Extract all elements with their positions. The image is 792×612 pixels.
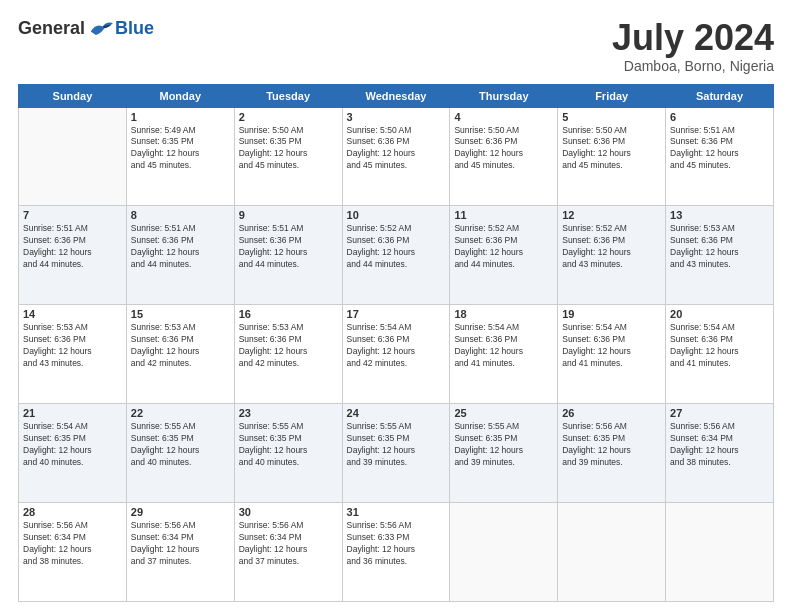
day-number: 3 (347, 111, 446, 123)
day-info: Sunrise: 5:53 AMSunset: 6:36 PMDaylight:… (670, 223, 769, 271)
logo-general-text: General (18, 18, 85, 39)
calendar-cell: 29Sunrise: 5:56 AMSunset: 6:34 PMDayligh… (126, 503, 234, 602)
calendar-cell: 20Sunrise: 5:54 AMSunset: 6:36 PMDayligh… (666, 305, 774, 404)
day-info: Sunrise: 5:56 AMSunset: 6:34 PMDaylight:… (670, 421, 769, 469)
calendar-cell: 21Sunrise: 5:54 AMSunset: 6:35 PMDayligh… (19, 404, 127, 503)
day-number: 23 (239, 407, 338, 419)
calendar-cell: 16Sunrise: 5:53 AMSunset: 6:36 PMDayligh… (234, 305, 342, 404)
calendar-cell: 27Sunrise: 5:56 AMSunset: 6:34 PMDayligh… (666, 404, 774, 503)
calendar-cell: 3Sunrise: 5:50 AMSunset: 6:36 PMDaylight… (342, 107, 450, 206)
weekday-header-row: SundayMondayTuesdayWednesdayThursdayFrid… (19, 84, 774, 107)
day-info: Sunrise: 5:50 AMSunset: 6:36 PMDaylight:… (562, 125, 661, 173)
day-info: Sunrise: 5:54 AMSunset: 6:36 PMDaylight:… (562, 322, 661, 370)
calendar-table: SundayMondayTuesdayWednesdayThursdayFrid… (18, 84, 774, 602)
calendar-cell: 11Sunrise: 5:52 AMSunset: 6:36 PMDayligh… (450, 206, 558, 305)
calendar-week-row: 14Sunrise: 5:53 AMSunset: 6:36 PMDayligh… (19, 305, 774, 404)
calendar-week-row: 21Sunrise: 5:54 AMSunset: 6:35 PMDayligh… (19, 404, 774, 503)
weekday-header-thursday: Thursday (450, 84, 558, 107)
calendar-cell: 6Sunrise: 5:51 AMSunset: 6:36 PMDaylight… (666, 107, 774, 206)
weekday-header-wednesday: Wednesday (342, 84, 450, 107)
day-info: Sunrise: 5:51 AMSunset: 6:36 PMDaylight:… (239, 223, 338, 271)
calendar-cell: 23Sunrise: 5:55 AMSunset: 6:35 PMDayligh… (234, 404, 342, 503)
calendar-cell: 13Sunrise: 5:53 AMSunset: 6:36 PMDayligh… (666, 206, 774, 305)
day-number: 25 (454, 407, 553, 419)
day-info: Sunrise: 5:54 AMSunset: 6:36 PMDaylight:… (670, 322, 769, 370)
calendar-week-row: 1Sunrise: 5:49 AMSunset: 6:35 PMDaylight… (19, 107, 774, 206)
calendar-cell: 28Sunrise: 5:56 AMSunset: 6:34 PMDayligh… (19, 503, 127, 602)
weekday-header-saturday: Saturday (666, 84, 774, 107)
calendar-cell: 2Sunrise: 5:50 AMSunset: 6:35 PMDaylight… (234, 107, 342, 206)
day-number: 17 (347, 308, 446, 320)
day-info: Sunrise: 5:49 AMSunset: 6:35 PMDaylight:… (131, 125, 230, 173)
day-info: Sunrise: 5:54 AMSunset: 6:36 PMDaylight:… (454, 322, 553, 370)
day-number: 6 (670, 111, 769, 123)
day-info: Sunrise: 5:50 AMSunset: 6:36 PMDaylight:… (347, 125, 446, 173)
calendar-cell: 24Sunrise: 5:55 AMSunset: 6:35 PMDayligh… (342, 404, 450, 503)
calendar-week-row: 7Sunrise: 5:51 AMSunset: 6:36 PMDaylight… (19, 206, 774, 305)
day-info: Sunrise: 5:51 AMSunset: 6:36 PMDaylight:… (131, 223, 230, 271)
calendar-cell: 31Sunrise: 5:56 AMSunset: 6:33 PMDayligh… (342, 503, 450, 602)
day-number: 8 (131, 209, 230, 221)
weekday-header-sunday: Sunday (19, 84, 127, 107)
day-info: Sunrise: 5:53 AMSunset: 6:36 PMDaylight:… (23, 322, 122, 370)
day-info: Sunrise: 5:56 AMSunset: 6:34 PMDaylight:… (239, 520, 338, 568)
month-title: July 2024 (612, 18, 774, 58)
calendar-cell: 7Sunrise: 5:51 AMSunset: 6:36 PMDaylight… (19, 206, 127, 305)
day-number: 12 (562, 209, 661, 221)
day-number: 14 (23, 308, 122, 320)
day-info: Sunrise: 5:56 AMSunset: 6:33 PMDaylight:… (347, 520, 446, 568)
logo-blue-text: Blue (115, 18, 154, 39)
day-number: 15 (131, 308, 230, 320)
calendar-cell: 18Sunrise: 5:54 AMSunset: 6:36 PMDayligh… (450, 305, 558, 404)
day-info: Sunrise: 5:52 AMSunset: 6:36 PMDaylight:… (347, 223, 446, 271)
day-number: 29 (131, 506, 230, 518)
day-info: Sunrise: 5:54 AMSunset: 6:36 PMDaylight:… (347, 322, 446, 370)
calendar-cell: 10Sunrise: 5:52 AMSunset: 6:36 PMDayligh… (342, 206, 450, 305)
day-info: Sunrise: 5:51 AMSunset: 6:36 PMDaylight:… (23, 223, 122, 271)
day-number: 1 (131, 111, 230, 123)
day-number: 28 (23, 506, 122, 518)
day-info: Sunrise: 5:55 AMSunset: 6:35 PMDaylight:… (239, 421, 338, 469)
day-number: 22 (131, 407, 230, 419)
day-number: 18 (454, 308, 553, 320)
page: General Blue July 2024 Damboa, Borno, Ni… (0, 0, 792, 612)
day-info: Sunrise: 5:56 AMSunset: 6:35 PMDaylight:… (562, 421, 661, 469)
header: General Blue July 2024 Damboa, Borno, Ni… (18, 18, 774, 74)
day-number: 4 (454, 111, 553, 123)
calendar-cell: 25Sunrise: 5:55 AMSunset: 6:35 PMDayligh… (450, 404, 558, 503)
calendar-cell (666, 503, 774, 602)
day-number: 9 (239, 209, 338, 221)
day-info: Sunrise: 5:55 AMSunset: 6:35 PMDaylight:… (454, 421, 553, 469)
calendar-cell (19, 107, 127, 206)
calendar-week-row: 28Sunrise: 5:56 AMSunset: 6:34 PMDayligh… (19, 503, 774, 602)
day-info: Sunrise: 5:56 AMSunset: 6:34 PMDaylight:… (23, 520, 122, 568)
day-number: 24 (347, 407, 446, 419)
weekday-header-tuesday: Tuesday (234, 84, 342, 107)
day-number: 21 (23, 407, 122, 419)
day-info: Sunrise: 5:55 AMSunset: 6:35 PMDaylight:… (131, 421, 230, 469)
calendar-cell: 17Sunrise: 5:54 AMSunset: 6:36 PMDayligh… (342, 305, 450, 404)
day-info: Sunrise: 5:52 AMSunset: 6:36 PMDaylight:… (562, 223, 661, 271)
day-number: 13 (670, 209, 769, 221)
day-number: 2 (239, 111, 338, 123)
weekday-header-friday: Friday (558, 84, 666, 107)
weekday-header-monday: Monday (126, 84, 234, 107)
day-info: Sunrise: 5:52 AMSunset: 6:36 PMDaylight:… (454, 223, 553, 271)
calendar-cell: 15Sunrise: 5:53 AMSunset: 6:36 PMDayligh… (126, 305, 234, 404)
calendar-cell: 14Sunrise: 5:53 AMSunset: 6:36 PMDayligh… (19, 305, 127, 404)
day-number: 26 (562, 407, 661, 419)
day-info: Sunrise: 5:55 AMSunset: 6:35 PMDaylight:… (347, 421, 446, 469)
calendar-cell: 30Sunrise: 5:56 AMSunset: 6:34 PMDayligh… (234, 503, 342, 602)
logo-bird-icon (89, 19, 113, 39)
day-number: 31 (347, 506, 446, 518)
day-number: 11 (454, 209, 553, 221)
day-number: 27 (670, 407, 769, 419)
day-number: 20 (670, 308, 769, 320)
location: Damboa, Borno, Nigeria (612, 58, 774, 74)
day-number: 16 (239, 308, 338, 320)
calendar-cell: 12Sunrise: 5:52 AMSunset: 6:36 PMDayligh… (558, 206, 666, 305)
calendar-cell: 8Sunrise: 5:51 AMSunset: 6:36 PMDaylight… (126, 206, 234, 305)
day-info: Sunrise: 5:53 AMSunset: 6:36 PMDaylight:… (131, 322, 230, 370)
day-number: 30 (239, 506, 338, 518)
day-info: Sunrise: 5:51 AMSunset: 6:36 PMDaylight:… (670, 125, 769, 173)
